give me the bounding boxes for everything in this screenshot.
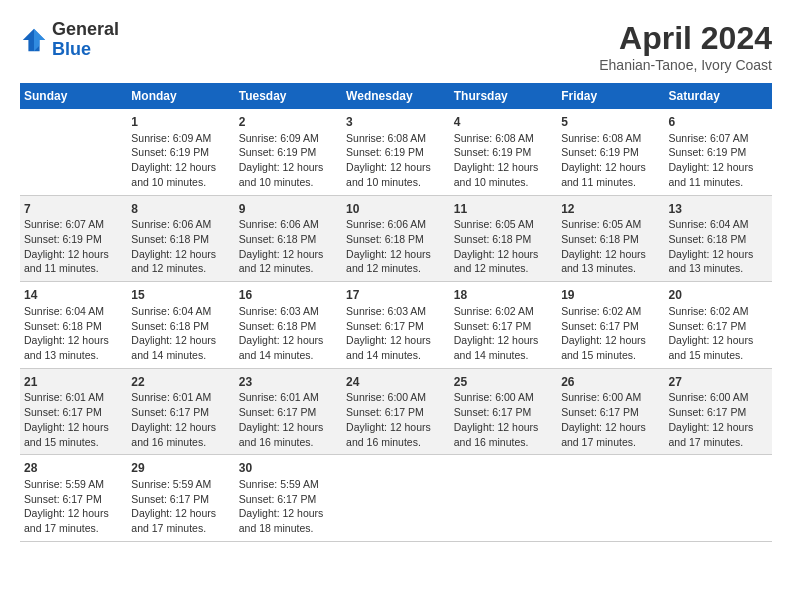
day-info: Sunrise: 6:00 AM Sunset: 6:17 PM Dayligh… — [346, 390, 446, 449]
day-number: 18 — [454, 287, 553, 304]
day-info: Sunrise: 6:00 AM Sunset: 6:17 PM Dayligh… — [669, 390, 769, 449]
day-number: 20 — [669, 287, 769, 304]
day-info: Sunrise: 5:59 AM Sunset: 6:17 PM Dayligh… — [24, 477, 123, 536]
day-info: Sunrise: 6:08 AM Sunset: 6:19 PM Dayligh… — [454, 131, 553, 190]
day-number: 13 — [669, 201, 769, 218]
week-row-3: 14Sunrise: 6:04 AM Sunset: 6:18 PM Dayli… — [20, 282, 772, 369]
day-number: 21 — [24, 374, 123, 391]
week-row-5: 28Sunrise: 5:59 AM Sunset: 6:17 PM Dayli… — [20, 455, 772, 542]
weekday-header-saturday: Saturday — [665, 83, 773, 109]
day-info: Sunrise: 6:02 AM Sunset: 6:17 PM Dayligh… — [669, 304, 769, 363]
day-number: 29 — [131, 460, 230, 477]
day-info: Sunrise: 6:01 AM Sunset: 6:17 PM Dayligh… — [239, 390, 338, 449]
day-info: Sunrise: 6:06 AM Sunset: 6:18 PM Dayligh… — [131, 217, 230, 276]
day-info: Sunrise: 6:02 AM Sunset: 6:17 PM Dayligh… — [454, 304, 553, 363]
title-block: April 2024 Ehanian-Tanoe, Ivory Coast — [599, 20, 772, 73]
day-info: Sunrise: 6:01 AM Sunset: 6:17 PM Dayligh… — [24, 390, 123, 449]
day-number: 19 — [561, 287, 660, 304]
calendar-cell: 24Sunrise: 6:00 AM Sunset: 6:17 PM Dayli… — [342, 368, 450, 455]
day-info: Sunrise: 6:08 AM Sunset: 6:19 PM Dayligh… — [561, 131, 660, 190]
calendar-cell: 17Sunrise: 6:03 AM Sunset: 6:17 PM Dayli… — [342, 282, 450, 369]
day-info: Sunrise: 6:08 AM Sunset: 6:19 PM Dayligh… — [346, 131, 446, 190]
calendar-cell: 8Sunrise: 6:06 AM Sunset: 6:18 PM Daylig… — [127, 195, 234, 282]
calendar-cell: 11Sunrise: 6:05 AM Sunset: 6:18 PM Dayli… — [450, 195, 557, 282]
page-header: General Blue April 2024 Ehanian-Tanoe, I… — [20, 20, 772, 73]
calendar-cell: 16Sunrise: 6:03 AM Sunset: 6:18 PM Dayli… — [235, 282, 342, 369]
day-info: Sunrise: 6:05 AM Sunset: 6:18 PM Dayligh… — [561, 217, 660, 276]
logo-icon — [20, 26, 48, 54]
weekday-header-monday: Monday — [127, 83, 234, 109]
calendar-cell: 19Sunrise: 6:02 AM Sunset: 6:17 PM Dayli… — [557, 282, 664, 369]
day-info: Sunrise: 6:06 AM Sunset: 6:18 PM Dayligh… — [239, 217, 338, 276]
calendar-cell: 1Sunrise: 6:09 AM Sunset: 6:19 PM Daylig… — [127, 109, 234, 195]
calendar-cell: 28Sunrise: 5:59 AM Sunset: 6:17 PM Dayli… — [20, 455, 127, 542]
calendar-cell: 22Sunrise: 6:01 AM Sunset: 6:17 PM Dayli… — [127, 368, 234, 455]
calendar-table: SundayMondayTuesdayWednesdayThursdayFrid… — [20, 83, 772, 542]
calendar-cell: 3Sunrise: 6:08 AM Sunset: 6:19 PM Daylig… — [342, 109, 450, 195]
day-number: 17 — [346, 287, 446, 304]
calendar-cell: 6Sunrise: 6:07 AM Sunset: 6:19 PM Daylig… — [665, 109, 773, 195]
day-info: Sunrise: 6:07 AM Sunset: 6:19 PM Dayligh… — [669, 131, 769, 190]
logo-text: General Blue — [52, 20, 119, 60]
day-number: 5 — [561, 114, 660, 131]
day-number: 27 — [669, 374, 769, 391]
calendar-cell: 9Sunrise: 6:06 AM Sunset: 6:18 PM Daylig… — [235, 195, 342, 282]
calendar-cell: 13Sunrise: 6:04 AM Sunset: 6:18 PM Dayli… — [665, 195, 773, 282]
calendar-cell: 2Sunrise: 6:09 AM Sunset: 6:19 PM Daylig… — [235, 109, 342, 195]
day-number: 24 — [346, 374, 446, 391]
day-number: 23 — [239, 374, 338, 391]
calendar-cell: 27Sunrise: 6:00 AM Sunset: 6:17 PM Dayli… — [665, 368, 773, 455]
week-row-1: 1Sunrise: 6:09 AM Sunset: 6:19 PM Daylig… — [20, 109, 772, 195]
calendar-cell: 29Sunrise: 5:59 AM Sunset: 6:17 PM Dayli… — [127, 455, 234, 542]
day-info: Sunrise: 6:06 AM Sunset: 6:18 PM Dayligh… — [346, 217, 446, 276]
calendar-cell: 20Sunrise: 6:02 AM Sunset: 6:17 PM Dayli… — [665, 282, 773, 369]
calendar-cell — [557, 455, 664, 542]
day-number: 8 — [131, 201, 230, 218]
calendar-cell: 26Sunrise: 6:00 AM Sunset: 6:17 PM Dayli… — [557, 368, 664, 455]
calendar-cell: 18Sunrise: 6:02 AM Sunset: 6:17 PM Dayli… — [450, 282, 557, 369]
day-number: 10 — [346, 201, 446, 218]
calendar-cell: 23Sunrise: 6:01 AM Sunset: 6:17 PM Dayli… — [235, 368, 342, 455]
day-number: 6 — [669, 114, 769, 131]
day-info: Sunrise: 5:59 AM Sunset: 6:17 PM Dayligh… — [239, 477, 338, 536]
day-info: Sunrise: 6:04 AM Sunset: 6:18 PM Dayligh… — [24, 304, 123, 363]
calendar-cell: 7Sunrise: 6:07 AM Sunset: 6:19 PM Daylig… — [20, 195, 127, 282]
calendar-cell: 4Sunrise: 6:08 AM Sunset: 6:19 PM Daylig… — [450, 109, 557, 195]
logo-blue: Blue — [52, 40, 119, 60]
weekday-header-row: SundayMondayTuesdayWednesdayThursdayFrid… — [20, 83, 772, 109]
calendar-cell — [450, 455, 557, 542]
day-info: Sunrise: 6:09 AM Sunset: 6:19 PM Dayligh… — [131, 131, 230, 190]
day-number: 11 — [454, 201, 553, 218]
day-number: 7 — [24, 201, 123, 218]
day-info: Sunrise: 6:05 AM Sunset: 6:18 PM Dayligh… — [454, 217, 553, 276]
day-number: 3 — [346, 114, 446, 131]
calendar-cell: 14Sunrise: 6:04 AM Sunset: 6:18 PM Dayli… — [20, 282, 127, 369]
day-info: Sunrise: 6:04 AM Sunset: 6:18 PM Dayligh… — [669, 217, 769, 276]
month-title: April 2024 — [599, 20, 772, 57]
day-number: 16 — [239, 287, 338, 304]
day-info: Sunrise: 6:03 AM Sunset: 6:18 PM Dayligh… — [239, 304, 338, 363]
calendar-cell: 21Sunrise: 6:01 AM Sunset: 6:17 PM Dayli… — [20, 368, 127, 455]
weekday-header-thursday: Thursday — [450, 83, 557, 109]
day-info: Sunrise: 6:00 AM Sunset: 6:17 PM Dayligh… — [454, 390, 553, 449]
location-subtitle: Ehanian-Tanoe, Ivory Coast — [599, 57, 772, 73]
week-row-4: 21Sunrise: 6:01 AM Sunset: 6:17 PM Dayli… — [20, 368, 772, 455]
day-number: 1 — [131, 114, 230, 131]
weekday-header-friday: Friday — [557, 83, 664, 109]
day-number: 22 — [131, 374, 230, 391]
week-row-2: 7Sunrise: 6:07 AM Sunset: 6:19 PM Daylig… — [20, 195, 772, 282]
weekday-header-tuesday: Tuesday — [235, 83, 342, 109]
day-info: Sunrise: 6:01 AM Sunset: 6:17 PM Dayligh… — [131, 390, 230, 449]
day-number: 4 — [454, 114, 553, 131]
calendar-cell: 12Sunrise: 6:05 AM Sunset: 6:18 PM Dayli… — [557, 195, 664, 282]
calendar-cell — [20, 109, 127, 195]
day-number: 25 — [454, 374, 553, 391]
day-info: Sunrise: 6:03 AM Sunset: 6:17 PM Dayligh… — [346, 304, 446, 363]
calendar-cell — [665, 455, 773, 542]
day-info: Sunrise: 6:00 AM Sunset: 6:17 PM Dayligh… — [561, 390, 660, 449]
logo: General Blue — [20, 20, 119, 60]
calendar-cell: 15Sunrise: 6:04 AM Sunset: 6:18 PM Dayli… — [127, 282, 234, 369]
day-info: Sunrise: 5:59 AM Sunset: 6:17 PM Dayligh… — [131, 477, 230, 536]
calendar-cell: 10Sunrise: 6:06 AM Sunset: 6:18 PM Dayli… — [342, 195, 450, 282]
weekday-header-sunday: Sunday — [20, 83, 127, 109]
